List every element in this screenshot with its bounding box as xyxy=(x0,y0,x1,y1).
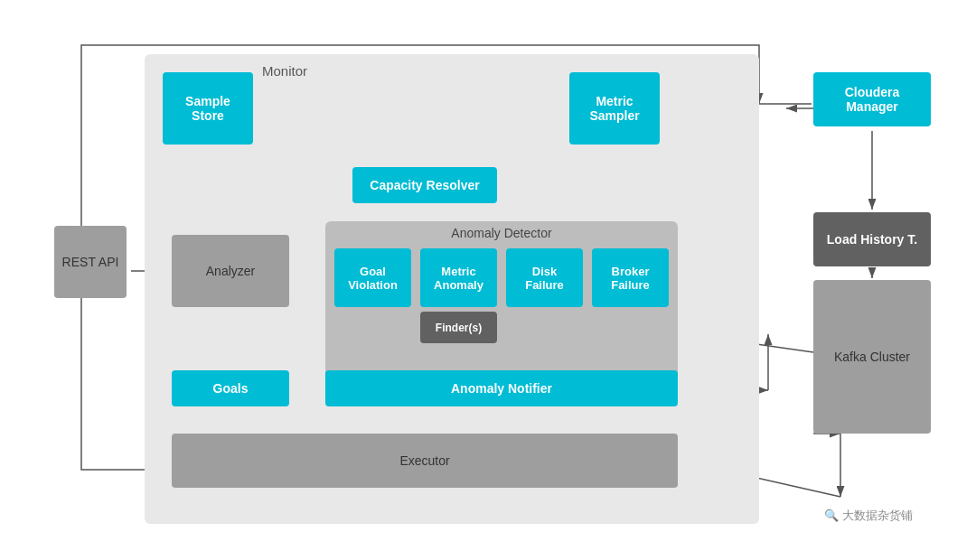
sample-store-label: SampleStore xyxy=(185,94,230,123)
kafka-cluster-label: Kafka Cluster xyxy=(834,350,910,364)
disk-failure-label: DiskFailure xyxy=(525,265,564,292)
anomaly-notifier-label: Anomaly Notifier xyxy=(451,381,552,396)
diagram-container: REST API Monitor SampleStore MetricSampl… xyxy=(27,18,949,542)
load-history-box: Load History T. xyxy=(813,212,931,266)
load-history-label: Load History T. xyxy=(827,232,917,247)
goals-box: Goals xyxy=(172,370,289,406)
finders-box: Finder(s) xyxy=(420,312,497,343)
sample-store-box: SampleStore xyxy=(163,72,253,145)
executor-box: Executor xyxy=(172,434,678,488)
goals-label: Goals xyxy=(213,381,249,396)
anomaly-detector-box: Anomaly Detector GoalViolation MetricAno… xyxy=(325,221,678,379)
analyzer-label: Analyzer xyxy=(206,264,255,278)
broker-failure-box: BrokerFailure xyxy=(592,248,669,307)
watermark: 🔍 大数据杂货铺 xyxy=(824,508,913,524)
watermark-icon: 🔍 xyxy=(824,509,842,522)
goal-violation-label: GoalViolation xyxy=(348,265,398,292)
rest-api-box: REST API xyxy=(54,226,127,298)
disk-failure-box: DiskFailure xyxy=(506,248,583,307)
anomaly-detector-label: Anomaly Detector xyxy=(325,226,678,240)
cloudera-manager-label: ClouderaManager xyxy=(845,85,900,114)
broker-failure-label: BrokerFailure xyxy=(611,265,650,292)
finders-label: Finder(s) xyxy=(436,322,482,334)
metric-anomaly-label: MetricAnomaly xyxy=(434,265,483,292)
executor-label: Executor xyxy=(399,453,449,468)
metric-sampler-box: MetricSampler xyxy=(569,72,660,145)
anomaly-notifier-box: Anomaly Notifier xyxy=(325,370,678,406)
analyzer-box: Analyzer xyxy=(172,235,289,307)
rest-api-label: REST API xyxy=(62,255,119,269)
capacity-resolver-label: Capacity Resolver xyxy=(370,178,479,192)
monitor-label: Monitor xyxy=(262,63,307,79)
metric-sampler-label: MetricSampler xyxy=(589,94,639,123)
capacity-resolver-box: Capacity Resolver xyxy=(352,167,497,203)
kafka-cluster-box: Kafka Cluster xyxy=(813,280,931,434)
goal-violation-box: GoalViolation xyxy=(334,248,411,307)
metric-anomaly-box: MetricAnomaly xyxy=(420,248,497,307)
cloudera-manager-box: ClouderaManager xyxy=(813,72,931,126)
